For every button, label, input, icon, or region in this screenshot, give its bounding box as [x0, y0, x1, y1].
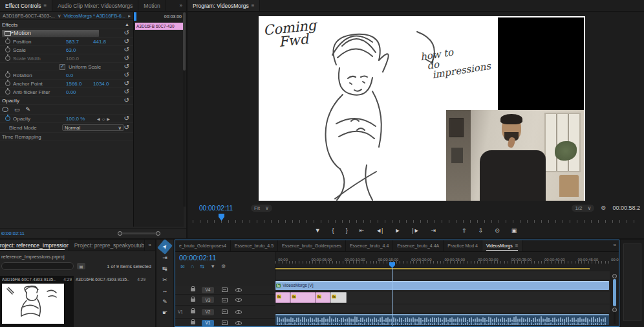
tab-project-1[interactable]: Project: prepre_speakyoutube [69, 240, 145, 251]
program-mini-timeline[interactable] [193, 215, 639, 223]
zoom-handle-right[interactable] [156, 231, 160, 236]
linked-selection-icon[interactable]: ⇆ [200, 264, 204, 269]
panel-menu-icon[interactable]: ≡ [44, 3, 47, 8]
clip-thumbnail[interactable] [2, 284, 64, 324]
reset-parameter-icon[interactable]: ↺ [124, 89, 129, 95]
collapse-icon[interactable]: ▲ [125, 21, 129, 28]
video-clip[interactable]: fx [290, 292, 316, 303]
settings-wrench-icon[interactable]: ⚙ [600, 205, 606, 210]
effect-controls-zoom-bar[interactable] [118, 231, 160, 236]
expand-icon[interactable]: ▸ [128, 13, 131, 19]
property-value[interactable]: 583.7 [66, 39, 93, 45]
track-v1-content[interactable] [275, 304, 610, 313]
track-lock-icon[interactable] [191, 321, 195, 324]
tab-effect-controls-0[interactable]: Effect Controls≡ [0, 0, 52, 11]
stopwatch-icon[interactable] [5, 116, 10, 121]
sync-lock-icon[interactable] [222, 298, 228, 302]
effect-controls-scrollbar[interactable] [183, 12, 186, 207]
ripple-edit-tool[interactable]: ↹ [159, 264, 171, 274]
track-output-eye-icon[interactable] [235, 298, 242, 302]
property-value[interactable]: 63.0 [66, 47, 93, 53]
sync-lock-icon[interactable] [222, 321, 228, 325]
property-value[interactable]: 0.00 [66, 89, 93, 95]
mini-clip-bar[interactable]: A3D16FB 60C7-430 [135, 23, 183, 30]
stopwatch-icon[interactable] [5, 47, 10, 52]
effect-controls-mini-timeline[interactable]: 00:03:00 A3D16FB 60C7-430 [133, 12, 184, 227]
lift-button[interactable]: ⇧ [456, 226, 473, 235]
add-marker-icon[interactable]: ▼ [210, 264, 215, 269]
project-item-1[interactable]: A3D16FB-60C7-4303-9135..4:29 [74, 276, 147, 327]
stopwatch-icon[interactable] [5, 39, 10, 44]
timeline-playhead[interactable] [392, 267, 392, 326]
timeline-track-area[interactable]: 00:0000:00:05:0000:00:10:0000:00:15:0000… [275, 252, 610, 326]
slip-tool[interactable]: ↔ [159, 286, 171, 296]
tab-effect-controls-2[interactable]: Motion [138, 0, 166, 11]
track-name-v2[interactable]: V2 [202, 309, 214, 315]
search-input[interactable] [1, 262, 74, 270]
master-clip-name[interactable]: A3D16FB-60C7-4303-... [3, 13, 55, 19]
mark-in-button[interactable]: { [327, 226, 340, 235]
effect-group-motion[interactable]: Motion [2, 30, 99, 37]
prev-keyframe-icon[interactable]: ◀ [97, 117, 100, 121]
next-keyframe-icon[interactable]: ▶ [107, 117, 110, 121]
mini-playhead[interactable] [134, 12, 136, 21]
panel-menu-icon[interactable]: ≡ [515, 243, 519, 249]
pen-tool[interactable]: ✎ [159, 297, 171, 307]
property-value[interactable]: 0.0 [66, 73, 93, 78]
track-output-eye-icon[interactable] [235, 310, 242, 314]
video-clip[interactable]: fx [330, 292, 347, 303]
scroll-thumb[interactable] [613, 279, 616, 306]
tab-effect-controls-1[interactable]: Audio Clip Mixer: VideosMorgs [52, 0, 138, 11]
scroll-handle-bottom[interactable] [612, 308, 617, 312]
reset-parameter-icon[interactable]: ↺ [124, 97, 129, 104]
tab-sequence-4[interactable]: Essence_bruto_4.4A [393, 240, 444, 251]
reset-parameter-icon[interactable]: ↺ [124, 38, 129, 45]
track-output-eye-icon[interactable] [235, 321, 242, 325]
timeline-timecode[interactable]: 00:00:02:11 [175, 252, 275, 262]
reset-parameter-icon[interactable]: ↺ [124, 47, 129, 53]
stopwatch-icon[interactable] [5, 81, 10, 86]
sync-lock-icon[interactable] [222, 288, 228, 292]
sequence-clip-name[interactable]: VideosMorgs * A3D16FB-6... [63, 13, 125, 19]
track-name-v3[interactable]: V3 [202, 297, 214, 303]
list-view-icon[interactable]: ▤ [77, 263, 85, 269]
extract-button[interactable]: ⇩ [473, 226, 489, 235]
reset-parameter-icon[interactable]: ↺ [124, 115, 129, 122]
reset-parameter-icon[interactable]: ↺ [124, 72, 129, 78]
scroll-handle-top[interactable] [612, 274, 617, 278]
program-video-frame[interactable]: Coming Fwd how to do impressions [259, 16, 585, 201]
reset-parameter-icon[interactable]: ↺ [124, 63, 129, 70]
tab-overflow-icon[interactable]: » [176, 0, 186, 11]
tab-sequence-5[interactable]: Practice Mod 4 [444, 240, 482, 251]
stopwatch-icon[interactable] [5, 56, 10, 61]
step-back-button[interactable]: ◄| [370, 226, 389, 235]
snap-icon[interactable]: ∩ [191, 264, 195, 269]
timeline-settings-icon[interactable]: ⚙ [221, 264, 226, 269]
reset-parameter-icon[interactable]: ↺ [124, 55, 129, 62]
reset-parameter-icon[interactable]: ↺ [124, 80, 129, 87]
zoom-handle-left[interactable] [118, 231, 122, 236]
property-value[interactable]: 1034.0 [93, 81, 120, 87]
property-value[interactable]: 100.0 [66, 56, 93, 62]
timeline-vertical-scrollbar[interactable] [612, 274, 617, 324]
source-patch-v1[interactable]: V1 [178, 310, 183, 314]
tab-program-monitor[interactable]: Program: VideosMorgs ≡ [188, 0, 260, 11]
property-value[interactable]: 1566.0 [66, 81, 93, 87]
pen-mask-icon[interactable]: ✎ [26, 106, 31, 113]
resolution-dropdown[interactable]: 1/2∨ [572, 205, 594, 212]
tab-sequence-1[interactable]: Essence_bruto_4.5 [231, 240, 278, 251]
track-output-eye-icon[interactable] [235, 288, 242, 292]
track-lock-icon[interactable] [191, 310, 195, 313]
track-a1-content[interactable] [275, 313, 610, 326]
audio-clip[interactable] [275, 314, 609, 325]
work-area-bar[interactable] [275, 268, 590, 269]
play-button[interactable]: ► [389, 226, 406, 235]
tab-sequence-0[interactable]: e_bruto_Goldenposes4 [175, 240, 231, 251]
mark-out-button[interactable]: } [340, 226, 354, 235]
track-v2-content[interactable]: fxfxfxfx [275, 291, 610, 304]
video-clip[interactable]: fx [316, 292, 330, 303]
hand-tool[interactable]: ☛ [159, 308, 171, 318]
video-clip[interactable]: fxVideosMorgs [V] [275, 281, 609, 290]
razor-tool[interactable]: ✂ [159, 275, 171, 285]
ellipse-mask-icon[interactable]: ◯ [2, 107, 8, 112]
